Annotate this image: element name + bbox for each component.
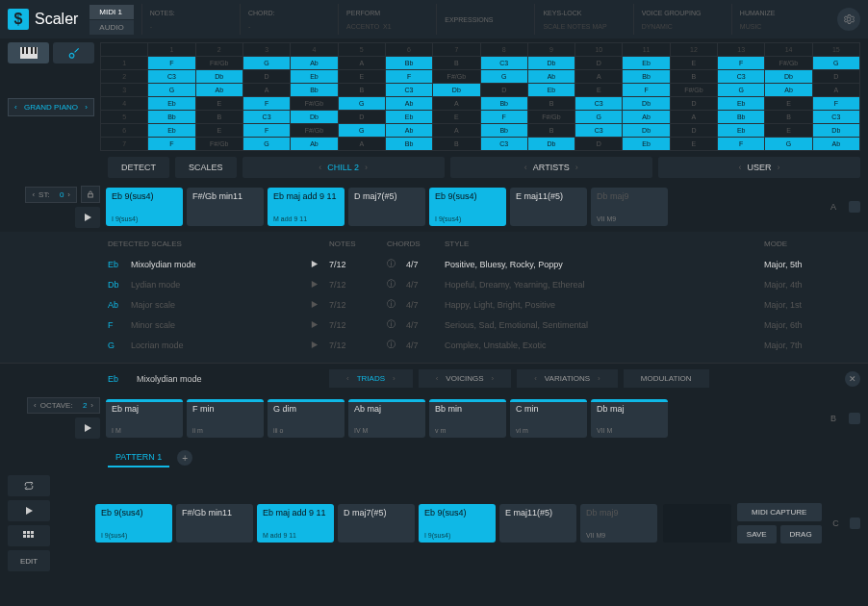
grid-cell[interactable]: A <box>338 138 385 151</box>
scale-play-button[interactable] <box>310 260 329 268</box>
chord-card[interactable]: C minvi m <box>510 399 587 438</box>
grid-cell[interactable]: E <box>195 124 243 138</box>
grid-cell[interactable]: G <box>718 84 765 97</box>
octave-field[interactable]: ‹OCTAVE: 2› <box>27 397 100 414</box>
grid-cell[interactable]: Bb <box>623 70 670 84</box>
tab-scales[interactable]: SCALES <box>175 157 237 178</box>
close-button[interactable]: ✕ <box>845 371 860 387</box>
tab-user[interactable]: ‹USER› <box>658 157 860 178</box>
grid-cell[interactable]: Bb <box>718 111 765 124</box>
grid-cell[interactable]: E <box>433 111 480 124</box>
chord-card[interactable]: F#/Gb min11 <box>176 504 253 543</box>
grid-cell[interactable]: D <box>480 84 527 97</box>
chord-card[interactable]: G dimiii o <box>268 399 345 438</box>
grid-cell[interactable]: A <box>433 124 480 138</box>
grid-cell[interactable]: D <box>670 97 717 111</box>
edit-button[interactable]: EDIT <box>8 550 50 571</box>
tab-detect[interactable]: DETECT <box>108 157 169 178</box>
grid-cell[interactable]: Ab <box>765 84 812 97</box>
scale-row[interactable]: DbLydian mode7/12ⓘ4/7Hopeful, Dreamy, Ye… <box>108 274 860 294</box>
grid-cell[interactable]: G <box>575 111 623 124</box>
grid-cell[interactable]: Eb <box>148 97 195 111</box>
grid-cell[interactable]: D <box>575 57 623 70</box>
grid-cell[interactable]: Db <box>291 111 338 124</box>
grid-cell[interactable]: Db <box>765 70 812 84</box>
grid-cell[interactable]: Db <box>623 124 670 138</box>
grid-cell[interactable]: C3 <box>480 57 527 70</box>
grid-cell[interactable]: C3 <box>148 70 195 84</box>
piano-view-button[interactable] <box>8 42 49 63</box>
chord-card[interactable]: Ab majIV M <box>348 399 425 438</box>
lock-button[interactable] <box>81 186 100 203</box>
tab-chill[interactable]: ‹CHILL 2› <box>243 157 445 178</box>
info-icon[interactable]: ⓘ <box>387 318 406 331</box>
grid-cell[interactable]: A <box>670 111 717 124</box>
grid-cell[interactable]: A <box>812 84 859 97</box>
grid-cell[interactable]: E <box>575 84 623 97</box>
instrument-selector[interactable]: ‹ GRAND PIANO › <box>8 98 94 116</box>
grid-cell[interactable]: F <box>718 57 765 70</box>
grid-cell[interactable]: Bb <box>148 111 195 124</box>
grid-cell[interactable]: A <box>338 57 385 70</box>
grid-cell[interactable]: F#/Gb <box>195 138 243 151</box>
play-button-a[interactable] <box>75 207 100 228</box>
grid-cell[interactable]: F <box>812 97 859 111</box>
play-button-c[interactable] <box>8 500 50 521</box>
grid-cell[interactable]: Ab <box>291 57 338 70</box>
grid-cell[interactable]: Db <box>623 97 670 111</box>
tab-midi[interactable]: MIDI 1 <box>89 5 133 19</box>
grid-cell[interactable]: Eb <box>718 124 765 138</box>
grid-cell[interactable]: F <box>480 111 527 124</box>
midi-capture-button[interactable]: MIDI CAPTURE <box>737 503 822 521</box>
grid-cell[interactable]: G <box>338 124 385 138</box>
drag-button[interactable]: DRAG <box>780 525 822 543</box>
section-perform[interactable]: PERFORM ACCENTO X1 <box>338 4 436 35</box>
grid-cell[interactable]: G <box>338 97 385 111</box>
info-icon[interactable]: ⓘ <box>387 278 406 290</box>
grid-cell[interactable]: C3 <box>718 70 765 84</box>
scale-row[interactable]: AbMajor scale7/12ⓘ4/7Happy, Light, Brigh… <box>108 294 860 315</box>
section-humanize[interactable]: HUMANIZE MUSIC <box>731 4 830 35</box>
grid-cell[interactable]: E <box>338 70 385 84</box>
grid-cell[interactable]: D <box>338 111 385 124</box>
info-icon[interactable]: ⓘ <box>387 298 406 311</box>
grid-cell[interactable]: Ab <box>623 111 670 124</box>
chord-card[interactable]: D maj7(#5) <box>348 188 425 226</box>
grid-cell[interactable]: Eb <box>291 70 338 84</box>
grid-cell[interactable]: Ab <box>291 138 338 151</box>
grid-cell[interactable]: G <box>812 57 859 70</box>
chord-card[interactable]: F#/Gb min11 <box>187 188 264 226</box>
chord-card[interactable]: Eb 9(sus4)I 9(sus4) <box>106 188 183 226</box>
grid-cell[interactable]: B <box>195 111 243 124</box>
save-button[interactable]: SAVE <box>737 525 777 543</box>
chord-card[interactable]: Eb maj add 9 11M add 9 11 <box>257 504 334 543</box>
chord-card[interactable]: Db majVII M <box>591 399 668 438</box>
grid-cell[interactable]: C3 <box>575 97 623 111</box>
chord-card[interactable]: Db maj9VII M9 <box>580 504 657 543</box>
grid-cell[interactable]: D <box>812 70 859 84</box>
section-toggle-a[interactable] <box>849 201 860 213</box>
grid-cell[interactable]: Ab <box>385 124 432 138</box>
grid-cell[interactable]: B <box>765 111 812 124</box>
scale-row[interactable]: FMinor scale7/12ⓘ4/7Serious, Sad, Emotio… <box>108 315 860 335</box>
grid-cell[interactable]: C3 <box>243 111 290 124</box>
grid-cell[interactable]: Eb <box>385 111 432 124</box>
grid-cell[interactable]: A <box>433 97 480 111</box>
grid-cell[interactable]: F#/Gb <box>291 97 338 111</box>
chord-card[interactable]: Db maj9VII M9 <box>591 188 668 226</box>
grid-cell[interactable]: E <box>670 138 717 151</box>
note-grid[interactable]: 1234567891011121314151FF#/GbGAbABbBC3DbD… <box>100 42 860 151</box>
section-expressions[interactable]: EXPRESSIONS <box>436 4 534 35</box>
grid-cell[interactable]: C3 <box>480 138 527 151</box>
grid-cell[interactable]: A <box>243 84 290 97</box>
grid-cell[interactable]: F <box>243 124 290 138</box>
tab-modulation[interactable]: MODULATION <box>624 369 709 388</box>
info-icon[interactable]: ⓘ <box>387 258 406 270</box>
grid-cell[interactable]: B <box>527 97 574 111</box>
grid-cell[interactable]: F <box>718 138 765 151</box>
grid-cell[interactable]: F#/Gb <box>195 57 243 70</box>
chord-card[interactable]: Eb 9(sus4)I 9(sus4) <box>419 504 496 543</box>
section-toggle-c[interactable] <box>850 518 860 529</box>
grid-cell[interactable]: B <box>527 124 574 138</box>
grid-cell[interactable]: Bb <box>480 124 527 138</box>
